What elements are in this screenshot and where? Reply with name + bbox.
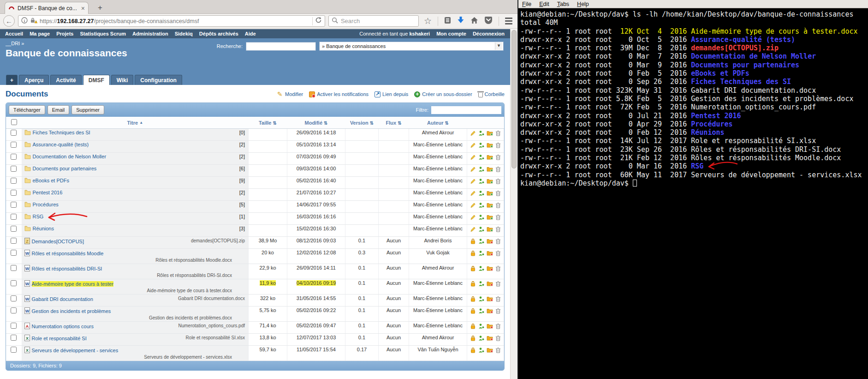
row-checkbox[interactable] xyxy=(11,280,17,286)
row-checkbox[interactable] xyxy=(11,250,17,256)
permissions-user-icon[interactable] xyxy=(478,142,485,147)
toolbar-button[interactable]: Supprimer xyxy=(71,105,104,114)
delete-icon[interactable] xyxy=(495,238,501,243)
delete-icon[interactable] xyxy=(495,280,501,286)
lock-icon[interactable] xyxy=(470,307,476,313)
reload-icon[interactable] xyxy=(315,17,322,25)
folder-link[interactable]: Procédures xyxy=(33,202,59,207)
folder-link[interactable]: Fiches Techniques des SI xyxy=(33,130,90,135)
file-link[interactable]: Rôles et résponsabilités Moodle xyxy=(32,251,104,256)
file-link[interactable]: Demandes[OCTOPUS] xyxy=(32,239,84,244)
insecure-lock-icon[interactable]: ! xyxy=(30,17,37,25)
column-header[interactable]: Auteur ⇅ xyxy=(409,117,467,129)
folder-link[interactable]: Pentest 2016 xyxy=(33,190,63,195)
notify-folder-icon[interactable] xyxy=(486,166,493,171)
delete-icon[interactable] xyxy=(495,265,501,271)
scrollbar-thumb[interactable] xyxy=(511,30,517,168)
delete-icon[interactable] xyxy=(495,142,501,147)
project-jump-select[interactable]: » Banque de connaissances xyxy=(319,42,504,51)
notify-folder-icon[interactable] xyxy=(486,202,493,207)
account-link[interactable]: Déconnexion xyxy=(473,31,505,36)
lock-icon[interactable] xyxy=(470,250,476,255)
edit-icon[interactable] xyxy=(470,190,476,195)
context-link[interactable]: Activer les notifications xyxy=(309,91,369,97)
account-link[interactable]: Mon compte xyxy=(436,31,466,36)
lock-icon[interactable] xyxy=(470,280,476,286)
context-link[interactable]: Créer un sous-dossier xyxy=(414,91,472,97)
terminal-output[interactable]: kian@debian:~/Desktop/dav$ ls -lh /home/… xyxy=(518,8,868,187)
permissions-user-icon[interactable] xyxy=(478,166,485,171)
tab-configuration[interactable]: Configuration xyxy=(135,75,182,85)
folder-link[interactable]: Assurance-qualité (tests) xyxy=(33,142,89,147)
notify-file-icon[interactable] xyxy=(486,323,493,328)
file-link[interactable]: Serveurs de développement - services xyxy=(32,348,119,353)
top-menu-item[interactable]: Accueil xyxy=(2,31,26,36)
row-checkbox[interactable] xyxy=(11,154,17,160)
row-checkbox[interactable] xyxy=(11,335,17,341)
edit-icon[interactable] xyxy=(470,130,476,135)
row-checkbox[interactable] xyxy=(11,295,17,301)
edit-icon[interactable] xyxy=(470,178,476,183)
tab-dmsf[interactable]: DMSF xyxy=(83,75,110,85)
file-link[interactable]: Role et responsabilité SI xyxy=(32,336,87,341)
permissions-user-icon[interactable] xyxy=(478,323,485,328)
notify-folder-icon[interactable] xyxy=(486,130,493,135)
row-checkbox[interactable] xyxy=(11,265,17,271)
row-checkbox[interactable] xyxy=(11,214,17,220)
permissions-user-icon[interactable] xyxy=(478,347,485,352)
back-button[interactable]: ← xyxy=(3,15,15,27)
context-link[interactable]: Corbeille xyxy=(478,91,505,97)
notify-folder-icon[interactable] xyxy=(486,190,493,195)
lock-icon[interactable] xyxy=(470,347,476,352)
top-menu-item[interactable]: Aide xyxy=(242,31,259,36)
browser-scrollbar[interactable] xyxy=(510,29,517,379)
url-bar[interactable]: i ! https://192.168.27.27/projects/banqu… xyxy=(18,15,325,27)
delete-icon[interactable] xyxy=(495,250,501,255)
edit-icon[interactable] xyxy=(470,226,476,231)
delete-icon[interactable] xyxy=(495,295,501,301)
top-menu-item[interactable]: Ma page xyxy=(26,31,53,36)
file-link[interactable]: Numerotation options cours xyxy=(32,324,94,329)
notify-folder-icon[interactable] xyxy=(486,178,493,183)
notify-folder-icon[interactable] xyxy=(486,154,493,159)
browser-tab[interactable]: DMSF - Banque de co... × xyxy=(5,2,89,14)
notify-file-icon[interactable] xyxy=(486,307,493,313)
row-checkbox[interactable] xyxy=(11,202,17,208)
permissions-user-icon[interactable] xyxy=(478,154,485,159)
tab-wiki[interactable]: Wiki xyxy=(111,75,134,85)
row-checkbox[interactable] xyxy=(11,307,17,313)
permissions-user-icon[interactable] xyxy=(478,214,485,219)
file-link[interactable]: Gestion des incidents et problèmes xyxy=(32,308,111,314)
row-checkbox[interactable] xyxy=(11,323,17,329)
delete-icon[interactable] xyxy=(495,190,501,195)
permissions-user-icon[interactable] xyxy=(478,202,485,207)
notify-folder-icon[interactable] xyxy=(486,214,493,219)
select-all-checkbox[interactable] xyxy=(11,119,17,125)
row-checkbox[interactable] xyxy=(11,190,17,196)
row-checkbox[interactable] xyxy=(11,166,17,172)
delete-icon[interactable] xyxy=(495,347,501,352)
new-tab-button[interactable]: + xyxy=(94,4,106,12)
lock-icon[interactable] xyxy=(470,238,476,243)
menu-icon[interactable] xyxy=(505,18,512,24)
column-header[interactable]: Taille ⇅ xyxy=(249,117,287,129)
notify-file-icon[interactable] xyxy=(486,347,493,352)
lock-icon[interactable] xyxy=(470,265,476,271)
folder-link[interactable]: Documents pour partenaires xyxy=(33,166,97,171)
permissions-user-icon[interactable] xyxy=(478,226,485,231)
toolbar-button[interactable]: Télécharger xyxy=(9,105,45,114)
edit-icon[interactable] xyxy=(470,166,476,171)
delete-icon[interactable] xyxy=(495,214,501,219)
column-header[interactable]: Titre ▲ xyxy=(22,117,249,129)
edit-icon[interactable] xyxy=(470,214,476,219)
lock-icon[interactable] xyxy=(470,323,476,328)
reading-list-icon[interactable] xyxy=(444,17,451,26)
permissions-user-icon[interactable] xyxy=(478,335,485,340)
top-menu-item[interactable]: Projets xyxy=(53,31,77,36)
column-header[interactable]: Flux ⇅ xyxy=(379,117,409,129)
permissions-user-icon[interactable] xyxy=(478,190,485,195)
search-bar[interactable]: Search xyxy=(328,15,419,27)
row-checkbox[interactable] xyxy=(11,226,17,232)
row-checkbox[interactable] xyxy=(11,130,17,136)
bookmark-star-icon[interactable]: ☆ xyxy=(424,18,432,25)
